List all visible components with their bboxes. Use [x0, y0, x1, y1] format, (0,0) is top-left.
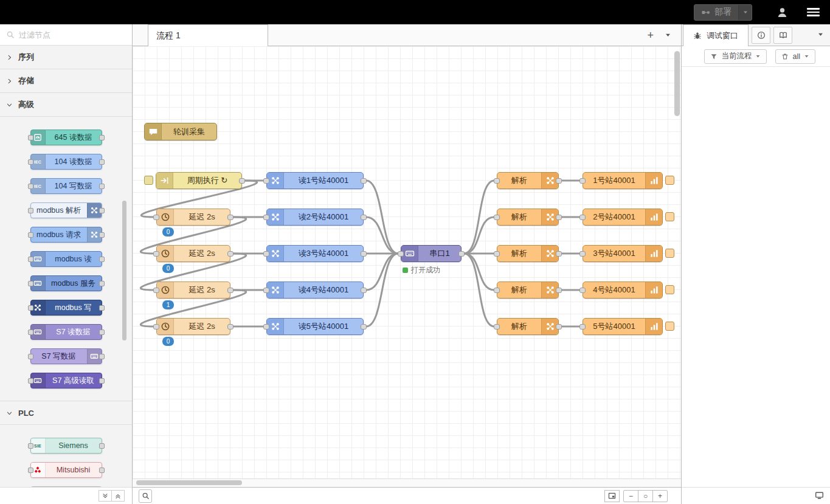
node-port-in[interactable]	[494, 288, 500, 293]
node-port-in[interactable]	[153, 251, 159, 257]
flow-canvas[interactable]: 轮训采集周期执行 ↻延迟 2s0延迟 2s0延迟 2s1延迟 2s0读1号站40…	[133, 46, 681, 478]
node-port-out[interactable]	[458, 251, 465, 257]
palette-category-header[interactable]: 序列	[0, 46, 132, 69]
wire[interactable]	[366, 254, 398, 326]
wire[interactable]	[366, 217, 398, 254]
node-port-out[interactable]	[556, 288, 562, 293]
flow-node-station2[interactable]: 2号站40001	[583, 209, 663, 226]
palette-node[interactable]	[30, 486, 102, 487]
palette-search[interactable]	[0, 24, 132, 46]
flow-node-parse5[interactable]: 解析	[497, 318, 559, 335]
flow-node-parse4[interactable]: 解析	[497, 281, 559, 299]
node-port-in[interactable]	[263, 251, 269, 257]
debug-filter-flow-button[interactable]: 当前流程	[704, 49, 767, 64]
flow-node-read3[interactable]: 读3号站40001	[266, 245, 364, 262]
node-port-out[interactable]	[227, 251, 233, 257]
tab-debug[interactable]: 调试窗口	[683, 24, 749, 46]
palette-node-S7 写数据[interactable]: S7 写数据	[30, 348, 102, 364]
node-port-out[interactable]	[239, 178, 245, 184]
node-port-in[interactable]	[263, 178, 269, 184]
palette-node-Siemens[interactable]: SIESiemens	[30, 438, 102, 454]
palette-node-modbus 写[interactable]: modbus 写	[30, 300, 102, 316]
node-port-in[interactable]	[263, 288, 269, 293]
debug-clear-all-button[interactable]: all	[775, 49, 815, 64]
zoom-out-button[interactable]: −	[623, 490, 638, 502]
add-flow-button[interactable]: +	[647, 30, 654, 41]
node-port-out[interactable]	[556, 324, 562, 330]
canvas-hscrollbar-thumb[interactable]	[136, 480, 242, 485]
node-port-in[interactable]	[153, 324, 159, 330]
node-port-out[interactable]	[361, 251, 367, 257]
node-port-out[interactable]	[556, 215, 562, 220]
flow-node-station1[interactable]: 1号站40001	[583, 172, 663, 189]
palette-category-header[interactable]: PLC	[0, 401, 132, 425]
node-button[interactable]	[665, 249, 674, 258]
palette-node-modbus 请求[interactable]: modbus 请求	[30, 227, 102, 243]
palette-node-S7 高级读取[interactable]: S7 高级读取	[30, 373, 102, 388]
flow-node-read2[interactable]: 读2号站40001	[266, 209, 364, 226]
node-button[interactable]	[665, 212, 674, 221]
node-button[interactable]	[665, 176, 674, 185]
wire[interactable]	[366, 254, 398, 290]
flow-node-serial1[interactable]: 串口1打开成功	[401, 245, 462, 262]
deploy-options-caret[interactable]	[738, 5, 752, 20]
tab-info[interactable]	[752, 27, 770, 44]
flow-node-delay4[interactable]: 延迟 2s0	[156, 318, 230, 335]
flow-node-delay2[interactable]: 延迟 2s0	[156, 245, 230, 262]
palette-node-modbus 服务[interactable]: modbus 服务	[30, 275, 102, 291]
canvas-vscrollbar-thumb[interactable]	[674, 51, 680, 116]
canvas-hscrollbar[interactable]	[133, 478, 681, 487]
flow-node-comment1[interactable]: 轮训采集	[144, 123, 217, 140]
node-port-in[interactable]	[579, 251, 586, 257]
flow-node-delay1[interactable]: 延迟 2s0	[156, 209, 230, 226]
wire[interactable]	[366, 181, 398, 254]
node-port-out[interactable]	[556, 178, 562, 184]
zoom-reset-button[interactable]: ○	[638, 490, 653, 502]
main-menu-button[interactable]	[796, 0, 830, 24]
palette-node-645 读数据[interactable]: 645 读数据	[30, 129, 102, 145]
node-button[interactable]	[665, 285, 674, 294]
node-port-out[interactable]	[361, 178, 367, 184]
flow-node-parse2[interactable]: 解析	[497, 209, 559, 226]
node-port-in[interactable]	[494, 324, 500, 330]
node-port-in[interactable]	[263, 324, 269, 330]
user-menu-button[interactable]	[768, 0, 796, 24]
canvas-search-button[interactable]	[139, 489, 152, 503]
flow-node-read1[interactable]: 读1号站40001	[266, 172, 364, 189]
node-port-in[interactable]	[263, 215, 269, 220]
node-port-in[interactable]	[398, 251, 404, 257]
palette-node-modbus 解析[interactable]: modbus 解析	[30, 202, 102, 218]
tab-flow-1[interactable]: 流程 1	[148, 24, 268, 46]
minimap-toggle-button[interactable]	[604, 490, 620, 502]
node-port-in[interactable]	[494, 251, 500, 257]
node-port-out[interactable]	[361, 288, 367, 293]
node-port-out[interactable]	[361, 215, 367, 220]
node-port-in[interactable]	[153, 288, 159, 293]
node-port-in[interactable]	[494, 178, 500, 184]
flow-list-caret[interactable]	[665, 32, 671, 38]
node-port-out[interactable]	[227, 215, 233, 220]
palette-scrollbar[interactable]	[122, 201, 126, 340]
wire[interactable]	[464, 217, 494, 254]
palette-node-S7 读数据[interactable]: S7 读数据	[30, 324, 102, 340]
flow-node-station5[interactable]: 5号站40001	[583, 318, 663, 335]
node-port-in[interactable]	[579, 178, 586, 184]
palette-search-input[interactable]	[19, 30, 126, 40]
flow-node-station3[interactable]: 3号站40001	[583, 245, 663, 262]
flow-node-delay3[interactable]: 延迟 2s1	[156, 281, 230, 299]
palette-collapse-all-button[interactable]	[111, 490, 125, 502]
flow-node-read5[interactable]: 读5号站40001	[266, 318, 364, 335]
sidebar-tab-menu-caret[interactable]	[811, 30, 830, 40]
node-button[interactable]	[144, 176, 153, 185]
flow-node-read4[interactable]: 读4号站40001	[266, 281, 364, 299]
node-port-out[interactable]	[361, 324, 367, 330]
node-port-in[interactable]	[579, 215, 586, 220]
deploy-button-main[interactable]: 部署	[694, 5, 738, 20]
flow-node-parse3[interactable]: 解析	[497, 245, 559, 262]
palette-node-104 读数据[interactable]: IEC104 读数据	[30, 154, 102, 170]
node-button[interactable]	[665, 322, 674, 331]
deploy-button[interactable]: 部署	[694, 4, 752, 21]
flow-node-inject1[interactable]: 周期执行 ↻	[156, 172, 242, 189]
zoom-in-button[interactable]: +	[652, 490, 668, 502]
node-port-out[interactable]	[556, 251, 562, 257]
